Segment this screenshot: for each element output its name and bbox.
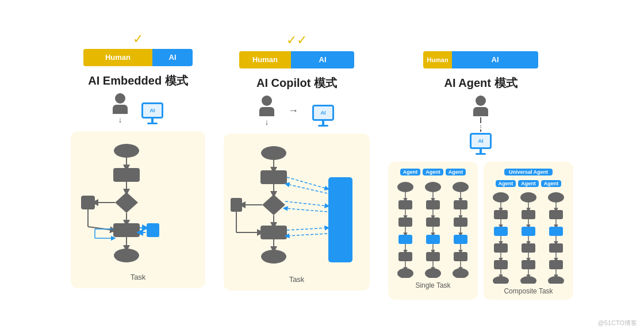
copilot-bar-wrap: ✓✓ Human AI — [239, 33, 354, 68]
svg-rect-69 — [454, 252, 467, 261]
single-task-flowchart — [393, 180, 473, 278]
svg-marker-4 — [115, 192, 138, 213]
composite-task-box: Universal Agent Agent Agent Agent — [484, 162, 573, 300]
agent-column: Human AI AI Agent 模式 ↕ AI — [388, 33, 573, 300]
copilot-down-arrow: ↓ — [265, 117, 269, 127]
agent-icons: ↕ AI — [470, 96, 492, 155]
universal-agent-tag: Universal Agent — [504, 169, 553, 175]
copilot-ai-bar: AI — [291, 51, 354, 68]
svg-rect-100 — [549, 243, 563, 253]
agent-person-body — [473, 107, 488, 116]
copilot-human-bar: Human — [239, 51, 291, 68]
copilot-diagram-box: Task — [224, 133, 370, 291]
agent-human-bar: Human — [423, 51, 452, 68]
monitor-base — [147, 123, 158, 124]
copilot-person-head — [262, 96, 272, 106]
svg-point-39 — [397, 182, 413, 192]
svg-rect-41 — [398, 200, 412, 209]
copilot-title: AI Copilot 模式 — [256, 75, 337, 91]
svg-rect-58 — [426, 252, 440, 261]
svg-rect-2 — [113, 168, 140, 182]
svg-point-0 — [114, 144, 139, 158]
agent-person-head — [476, 96, 486, 106]
composite-task-flowchart — [488, 192, 569, 284]
copilot-monitor-base — [318, 125, 328, 127]
svg-rect-43 — [398, 217, 412, 227]
agent-ratio-bar: Human AI — [423, 51, 538, 68]
svg-rect-65 — [454, 217, 467, 227]
svg-line-13 — [88, 227, 113, 230]
svg-rect-52 — [426, 200, 440, 209]
svg-rect-47 — [398, 252, 412, 261]
svg-point-104 — [548, 276, 564, 284]
svg-point-93 — [520, 276, 536, 284]
composite-agent-tag-2: Agent — [518, 180, 539, 187]
agent-tag-3: Agent — [446, 169, 466, 175]
svg-rect-96 — [549, 210, 563, 219]
svg-rect-22 — [260, 170, 287, 184]
embedded-column: ✓ Human AI AI Embedded 模式 ↓ AI — [71, 33, 205, 288]
copilot-monitor-screen: AI — [312, 105, 334, 121]
copilot-monitor-icon: AI — [312, 105, 334, 127]
svg-line-33 — [287, 177, 327, 189]
svg-rect-6 — [113, 223, 140, 237]
svg-rect-89 — [522, 243, 535, 253]
svg-rect-30 — [231, 198, 242, 212]
agent-diagrams: Agent Agent Agent — [388, 162, 573, 300]
svg-point-28 — [261, 250, 286, 264]
composite-tags-row: Agent Agent Agent — [496, 180, 562, 187]
monitor-screen: AI — [141, 102, 163, 119]
agent-tag-1: Agent — [400, 169, 421, 175]
agent-connect: ↕ — [480, 117, 482, 132]
svg-point-83 — [520, 192, 536, 203]
down-arrow-icon: ↓ — [118, 115, 122, 124]
svg-point-60 — [425, 268, 441, 278]
svg-rect-74 — [494, 210, 508, 219]
agent-title: AI Agent 模式 — [444, 75, 517, 91]
embedded-diagram-box: Task — [71, 131, 205, 288]
svg-rect-87 — [522, 227, 535, 236]
svg-rect-63 — [454, 200, 467, 209]
agent-bar-wrap: Human AI — [423, 33, 538, 68]
single-task-box: Agent Agent Agent — [388, 162, 478, 300]
svg-rect-91 — [522, 260, 535, 269]
copilot-checkmark: ✓✓ — [286, 33, 307, 48]
composite-agent-tag-3: Agent — [541, 180, 562, 187]
svg-point-82 — [493, 276, 509, 284]
svg-marker-24 — [262, 194, 285, 215]
composite-agent-tag-1: Agent — [496, 180, 516, 187]
copilot-arrow-right-icon: → — [288, 105, 298, 117]
embedded-icons-row: ↓ AI — [113, 93, 163, 124]
svg-rect-26 — [260, 226, 287, 239]
svg-line-36 — [285, 208, 327, 212]
svg-line-37 — [287, 228, 327, 230]
embedded-diagram-label: Task — [131, 273, 146, 281]
agent-monitor-base — [476, 153, 486, 155]
single-task-label: Single Task — [415, 281, 450, 289]
svg-point-61 — [453, 182, 469, 192]
main-container: ✓ Human AI AI Embedded 模式 ↓ AI — [0, 21, 644, 311]
svg-point-15 — [114, 249, 139, 262]
embedded-ai-bar: AI — [152, 49, 193, 66]
svg-line-35 — [285, 201, 327, 206]
svg-point-94 — [548, 192, 564, 203]
agent-person-icon — [473, 96, 488, 116]
embedded-ratio-bar: Human AI — [83, 49, 193, 66]
person-body — [113, 105, 128, 114]
composite-task-label: Composite Task — [504, 287, 553, 295]
single-tags-row: Agent Agent Agent — [400, 169, 466, 175]
copilot-person-body — [259, 107, 274, 116]
copilot-person-icon: ↓ — [259, 96, 274, 127]
agent-monitor-stand — [480, 149, 482, 153]
svg-rect-76 — [494, 227, 508, 236]
copilot-ratio-bar: Human AI — [239, 51, 354, 68]
svg-point-49 — [397, 268, 413, 278]
copilot-flowchart — [231, 143, 363, 269]
svg-rect-19 — [328, 177, 352, 262]
svg-rect-98 — [549, 227, 563, 236]
copilot-icons-row: ↓ → AI — [259, 96, 334, 127]
svg-point-72 — [493, 192, 509, 203]
monitor-stand — [151, 119, 154, 123]
svg-rect-7 — [147, 223, 159, 237]
person-head — [115, 93, 125, 104]
